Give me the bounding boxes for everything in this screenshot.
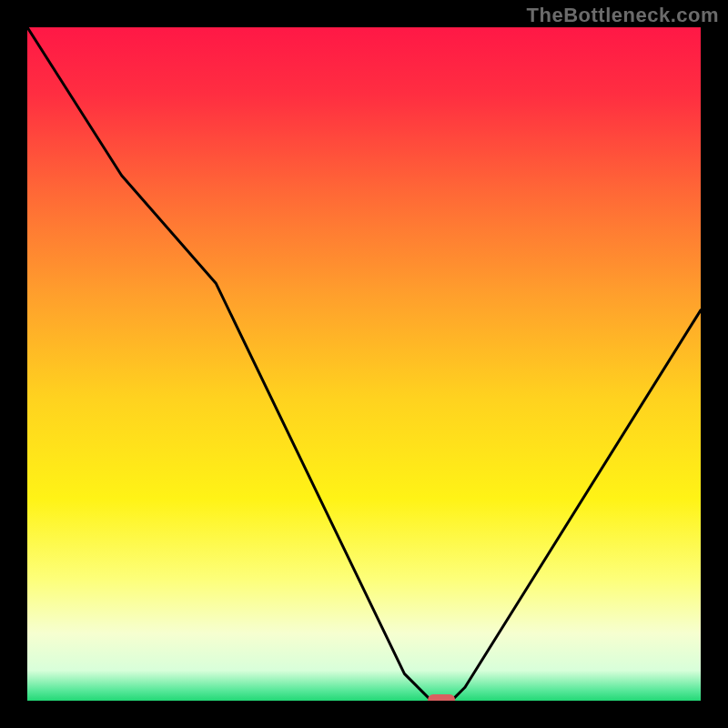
chart-frame: TheBottleneck.com [0, 0, 728, 728]
watermark-text: TheBottleneck.com [527, 4, 719, 27]
gradient-background [27, 27, 701, 701]
optimal-marker [428, 694, 455, 701]
chart-svg [27, 27, 701, 701]
plot-area [27, 27, 701, 701]
